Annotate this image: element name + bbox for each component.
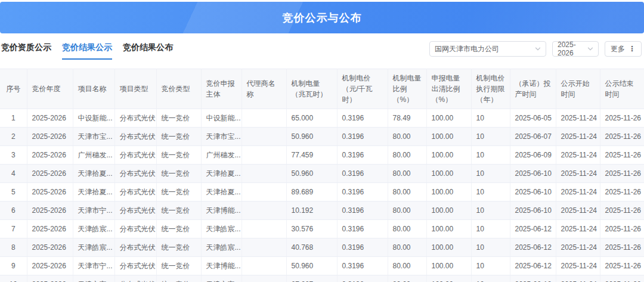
- column-header: 项目类型: [114, 69, 156, 109]
- column-header: 机制电量比例（%）: [388, 69, 426, 109]
- table-row: 12025-2026中设新能...分布式光伏统一竞价中设新能...65.0000…: [0, 109, 644, 128]
- table-cell: 分布式光伏: [114, 165, 156, 183]
- table-cell: 80.00: [388, 128, 426, 146]
- table-cell: 分布式光伏: [114, 275, 156, 282]
- table-cell: 分布式光伏: [114, 146, 156, 165]
- table-cell: 2025-2026: [27, 165, 73, 183]
- company-select[interactable]: 国网天津市电力公司: [429, 41, 546, 57]
- table-cell: 80.00: [388, 257, 426, 275]
- table-cell: 100.00: [426, 109, 471, 128]
- table-cell: 89.689: [286, 183, 337, 202]
- table-cell: 2025-2026: [27, 275, 73, 282]
- table-cell: 10: [471, 165, 510, 183]
- table-cell: 80.00: [388, 238, 426, 257]
- table-cell: 统一竞价: [156, 275, 201, 282]
- table-cell: 2025-06-09: [510, 146, 556, 165]
- table-cell: 100.00: [426, 128, 471, 146]
- table-cell: 广州穗发...: [201, 146, 242, 165]
- table-cell: 10: [471, 202, 510, 220]
- table-cell: 2025-2026: [27, 202, 73, 220]
- table-cell: 0.3196: [337, 220, 388, 238]
- column-header: 申报电量出清比例（%）: [426, 69, 471, 109]
- table-cell: 50.960: [286, 128, 337, 146]
- bidding-publicity-page: 竞价公示与公布 竞价资质公示 竞价结果公示 竞价结果公布 国网天津市电力公司 2…: [0, 0, 644, 282]
- column-header: 公示结束时间: [600, 69, 644, 109]
- table-cell: 100.00: [426, 165, 471, 183]
- tab-bidding-result-publicity[interactable]: 竞价结果公示: [62, 39, 112, 60]
- table-cell: 2025-11-26: [600, 128, 644, 146]
- table-cell: 0.3196: [337, 238, 388, 257]
- table-cell: 分布式光伏: [114, 128, 156, 146]
- table-cell: 2025-11-24: [556, 109, 600, 128]
- table-cell: 0.3196: [337, 128, 388, 146]
- toolbar: 竞价资质公示 竞价结果公示 竞价结果公布 国网天津市电力公司 2025-2026…: [0, 37, 644, 61]
- table-cell: 0.3196: [337, 257, 388, 275]
- table-cell: 天津皓宸...: [201, 220, 242, 238]
- table-cell: 77.459: [286, 146, 337, 165]
- table-cell: 0.3196: [337, 183, 388, 202]
- tab-bidding-qualification-publicity[interactable]: 竞价资质公示: [1, 39, 51, 60]
- table-cell: 天津博能...: [201, 257, 242, 275]
- table-cell: 天津市宝...: [73, 275, 114, 282]
- table-cell: 40.768: [286, 238, 337, 257]
- table-cell: [242, 202, 286, 220]
- table-cell: 10: [471, 257, 510, 275]
- table-cell: 80.00: [388, 275, 426, 282]
- page-banner: 竞价公示与公布: [0, 2, 644, 33]
- table-cell: 2025-2026: [27, 146, 73, 165]
- table-cell: 统一竞价: [156, 146, 201, 165]
- table-cell: 2025-11-26: [600, 238, 644, 257]
- table-cell: 100.00: [426, 220, 471, 238]
- table-cell: 5: [0, 183, 27, 202]
- filter-controls: 国网天津市电力公司 2025-2026 更多 ⋮: [429, 41, 644, 57]
- table-cell: 2025-11-24: [556, 202, 600, 220]
- table-cell: 80.00: [388, 146, 426, 165]
- table-cell: 天津拾夏...: [201, 183, 242, 202]
- table-cell: 2025-11-24: [556, 220, 600, 238]
- table-row: 102025-2026天津市宝...分布式光伏统一竞价天津市宝...67.267…: [0, 275, 644, 282]
- vertical-dots-icon: ⋮: [628, 45, 636, 52]
- table-cell: [242, 109, 286, 128]
- table-cell: 广州穗发...: [73, 146, 114, 165]
- table-cell: 10: [471, 275, 510, 282]
- page-title: 竞价公示与公布: [283, 11, 362, 25]
- table-cell: 2: [0, 128, 27, 146]
- table-cell: 统一竞价: [156, 257, 201, 275]
- table-cell: 0.3196: [337, 165, 388, 183]
- table-cell: [242, 238, 286, 257]
- table-cell: 2025-11-26: [600, 109, 644, 128]
- table-cell: [242, 165, 286, 183]
- table-cell: 2025-11-26: [600, 202, 644, 220]
- table-cell: [242, 275, 286, 282]
- table-cell: 天津市宝...: [201, 275, 242, 282]
- table-cell: 2025-2026: [27, 128, 73, 146]
- table-cell: 0.3196: [337, 275, 388, 282]
- table-cell: 天津皓宸...: [73, 220, 114, 238]
- table-cell: 天津市宁...: [73, 257, 114, 275]
- table-cell: 2025-11-26: [600, 165, 644, 183]
- table-cell: 2025-11-26: [600, 220, 644, 238]
- table-cell: 10: [471, 146, 510, 165]
- table-cell: 100.00: [426, 238, 471, 257]
- table-cell: 2025-2026: [27, 257, 73, 275]
- chevron-down-icon: [587, 46, 593, 52]
- table-row: 52025-2026天津拾夏...分布式光伏统一竞价天津拾夏...89.6890…: [0, 183, 644, 202]
- column-header: （承诺）投产时间: [510, 69, 556, 109]
- table-cell: 50.960: [286, 165, 337, 183]
- table-cell: 天津博能...: [201, 202, 242, 220]
- table-cell: 分布式光伏: [114, 220, 156, 238]
- year-select[interactable]: 2025-2026: [552, 41, 599, 57]
- table-cell: 2025-2026: [27, 220, 73, 238]
- table-cell: [242, 146, 286, 165]
- table-cell: 100.00: [426, 183, 471, 202]
- table-cell: 10: [471, 238, 510, 257]
- table-row: 92025-2026天津市宁...分布式光伏统一竞价天津博能...50.9600…: [0, 257, 644, 275]
- column-header: 竞价年度: [27, 69, 73, 109]
- table-row: 72025-2026天津皓宸...分布式光伏统一竞价天津皓宸...30.5760…: [0, 220, 644, 238]
- more-button[interactable]: 更多 ⋮: [605, 41, 642, 57]
- tab-bidding-result-announcement[interactable]: 竞价结果公布: [123, 39, 173, 60]
- table-cell: 中设新能...: [201, 109, 242, 128]
- table-cell: 100.00: [426, 257, 471, 275]
- column-header: 公示开始时间: [556, 69, 600, 109]
- column-header: 竞价类型: [156, 69, 201, 109]
